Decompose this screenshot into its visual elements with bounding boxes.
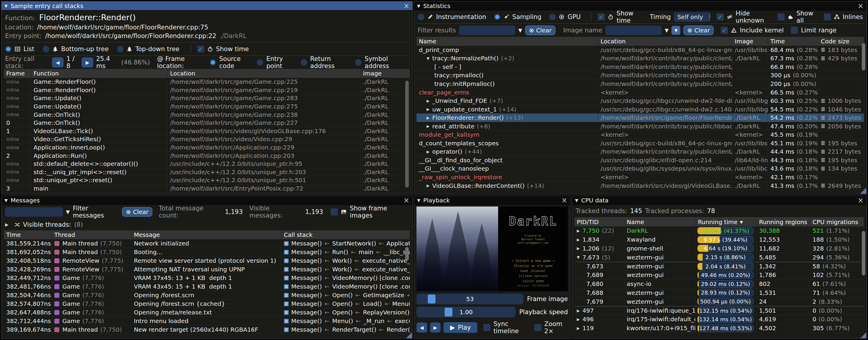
callstack-scrollbar[interactable] [405,81,409,188]
messages-titlebar[interactable]: ▼ Messages × [1,196,412,205]
column-header[interactable]: Running regions [757,218,810,226]
expand-icon[interactable]: ▼ [427,56,430,61]
expand-icon[interactable]: ▶ [427,124,430,129]
messages-scrollbar[interactable] [405,247,409,261]
message-row[interactable]: 382,504,746ns Game(7,776) Opening /fores… [4,291,410,300]
statistics-row[interactable]: ▶_Unwind_Find_FDE(+7) /usr/src/debug/gcc… [416,96,864,105]
close-icon[interactable]: × [561,197,567,203]
show-time-checkbox[interactable]: ✓ [197,46,204,53]
slider-grab[interactable] [428,294,435,304]
statistics-row[interactable]: tracy::rpmalloc() /home/wolf/darkrl/cont… [416,71,864,80]
message-row[interactable]: 382,574,807ns Game(7,776) Opening /fores… [4,300,410,308]
include-kernel-checkbox[interactable]: ✓ [721,27,728,34]
expand-icon[interactable]: ▶ [577,326,580,331]
cpu-row[interactable]: 7,688 wezterm-gui 28.93 ms (0.12%) 1,531… [575,289,864,298]
stats-radio-sampling[interactable] [494,14,500,20]
prev-stack-button[interactable]: ◀ [52,57,64,67]
expand-icon[interactable]: ▶ [427,149,430,154]
expand-icon[interactable]: ▶ [5,222,9,227]
cpu-row[interactable]: ▶119 kworker/u17:0+i915_flip 127.48 ms (… [575,324,864,333]
statistics-row[interactable]: d_print_comp /usr/src/debug/gcc-build/x8… [416,46,864,54]
image-name-input[interactable] [605,26,662,35]
limit-range-checkbox[interactable] [791,27,798,34]
collapse-icon[interactable]: ▼ [417,4,420,8]
message-filter-input[interactable] [5,207,63,217]
call-stack-row[interactable]: inline Game::RenderFloor() /home/wolf/da… [4,86,410,94]
collapse-icon[interactable]: ▼ [575,198,578,203]
statistics-row[interactable]: __GI__dl_find_dso_for_object /usr/src/de… [416,156,864,165]
clear-image-button[interactable]: ⊗Clear [683,26,714,35]
frame-image-slider[interactable]: 53 [416,294,523,304]
timing-combo[interactable]: Self only▼ [674,12,710,22]
close-icon[interactable]: × [858,3,864,9]
call-stack-row[interactable]: inline std::unique_ptr<>::reset() /usr/i… [4,176,410,185]
cpu-data-titlebar[interactable]: ▼ CPU data × [572,196,867,205]
expand-icon[interactable]: ▶ [577,237,580,242]
column-header[interactable]: Time [4,230,52,239]
checkbox-show-all[interactable] [777,13,784,21]
statistics-row[interactable]: tracy::InitRpmalloc() /home/wolf/darkrl/… [416,80,864,88]
cpu-row[interactable]: ▶496 irq/175-iwlwifi:default_queue 132.1… [575,315,864,324]
expand-icon[interactable]: ▶ [427,183,430,188]
frameloc-radio-source-code[interactable] [210,59,216,66]
checkbox-inlines[interactable] [824,13,831,21]
column-header[interactable]: Location [598,37,732,46]
frameloc-radio-entry-point[interactable] [257,59,263,66]
stats-radio-instrumentation[interactable] [418,14,424,20]
expand-icon[interactable]: ▶ [427,107,430,111]
frameloc-radio-symbol-address[interactable] [355,59,362,66]
play-button[interactable]: ▶Play [443,322,477,333]
cpu-row[interactable]: ▶1,834 Xwayland 9.57 s (39.44%) 12,553 1… [575,235,864,244]
statistics-row[interactable]: ▶VideoGLBase::RenderContent()(+14) /home… [416,181,864,190]
resize-grip[interactable] [406,332,412,338]
resize-grip[interactable] [860,188,866,194]
cpu-row[interactable]: 7,689 wezterm-gui 49.46 ms (0.20%) 1,786… [575,271,864,280]
statistics-row[interactable]: module_get_kallsym <kernel> <kernel> 45.… [416,131,864,139]
next-stack-button[interactable]: ▶ [82,57,93,67]
mode-radio-list[interactable] [5,46,11,52]
slider-grab[interactable] [445,308,453,316]
column-header[interactable]: PID/TID [575,218,624,226]
frameloc-radio-return-address[interactable] [301,59,307,66]
column-header[interactable]: Location [168,69,361,78]
call-stack-row[interactable]: 0 Game::OnTick() /home/wolf/darkrl/src/g… [4,119,410,127]
message-row[interactable]: 382,408,518ns RemoteView(7,775) Remote v… [4,256,410,265]
filter-funnel-icon[interactable]: ▼ [518,27,522,33]
sync-timeline-checkbox[interactable] [483,324,490,331]
collapse-icon[interactable]: ▼ [4,4,8,8]
cpu-scrollbar[interactable] [862,231,865,276]
expand-icon[interactable]: ▶ [577,229,580,233]
clear-filter-button[interactable]: ⊗Clear [525,26,555,35]
message-row[interactable]: 382,712,444ns Game(7,776) Intro menu loa… [4,317,410,325]
statistics-row[interactable]: ▶FloorRenderer::Render()(+13) /home/wolf… [416,114,864,122]
collapse-icon[interactable]: ▼ [417,198,420,203]
cpu-row[interactable]: ▶1,206(12) gnome-shell 4.64 s (19.10%) 1… [575,244,864,253]
call-stack-row[interactable]: inline Video::GetTicksHiRes() /home/wolf… [4,135,410,144]
column-header[interactable]: Running time ▼ [695,218,757,226]
show-frame-images-checkbox[interactable] [331,208,338,216]
close-icon[interactable]: × [403,3,409,9]
column-header[interactable]: Name [416,37,598,46]
playback-speed-slider[interactable]: 1.00 [416,307,516,317]
prev-frame-button[interactable]: ◀ [416,322,427,333]
statistics-titlebar[interactable]: ▼ Statistics × [414,1,867,10]
checkbox-hide-unknown[interactable]: ✓ [717,13,724,21]
stats-radio-gpu[interactable] [549,14,556,20]
cpu-row[interactable]: 7,680 async-io 29.02 ms (0.12%) 802 61(7… [575,280,864,289]
message-row[interactable]: 381,692,052ns Main thread(7,750) Booting… [4,248,410,256]
message-row[interactable]: 382,428,269ns RemoteView(7,775) Attempti… [4,265,410,274]
statistics-scrollbar[interactable] [862,43,865,70]
call-stack-row[interactable]: inline std::default_delete<>::operator()… [4,160,410,168]
message-row[interactable]: 382,481,766ns Game(7,776) VRAM 43x45: 15… [4,282,410,291]
cpu-row[interactable]: ▶7,750(22) DarkRL 10.04 s (41.37%) 30,38… [575,226,864,235]
expand-icon[interactable]: ▶ [577,317,580,321]
call-stack-row[interactable]: 3 main /home/wolf/darkrl/src/EntryPointP… [4,185,410,193]
image-name-combo[interactable]: ▼ [672,26,680,35]
call-stack-row[interactable]: inline Game::Update() /home/wolf/darkrl/… [4,94,410,103]
call-stack-row[interactable]: inline Game::OnTick() /home/wolf/darkrl/… [4,111,410,119]
statistics-row[interactable]: [ - self - ] /home/wolf/darkrl/contrib/t… [416,63,864,71]
column-header[interactable]: Image [732,37,768,46]
call-stack-row[interactable]: 2 Application::Run() /home/wolf/darkrl/s… [4,151,410,160]
image-funnel-icon[interactable]: ▼ [665,27,669,33]
table-header[interactable]: TimeThreadMessageCall stack [4,230,410,239]
